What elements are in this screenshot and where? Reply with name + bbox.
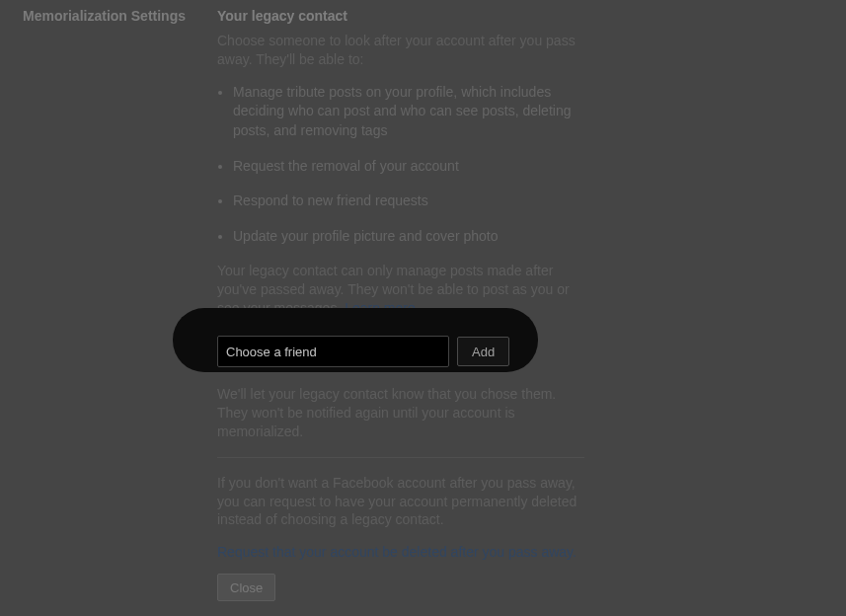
section-title: Your legacy contact (217, 8, 584, 24)
list-item: Update your profile picture and cover ph… (233, 227, 584, 247)
add-button[interactable]: Add (457, 337, 509, 366)
delete-info-text: If you don't want a Facebook account aft… (217, 474, 584, 530)
request-delete-link[interactable]: Request that your account be deleted aft… (217, 543, 584, 562)
choose-friend-input[interactable] (217, 336, 449, 367)
close-button[interactable]: Close (217, 574, 275, 601)
friend-input-row: Add (217, 336, 584, 367)
section-intro: Choose someone to look after your accoun… (217, 32, 584, 69)
list-item: Respond to new friend requests (233, 192, 584, 211)
notify-text: We'll let your legacy contact know that … (217, 385, 584, 441)
list-item: Request the removal of your account (233, 157, 584, 177)
sidebar-label-memorialization: Memorialization Settings (2, 8, 186, 24)
list-item: Manage tribute posts on your profile, wh… (233, 83, 584, 141)
legacy-contact-section: Your legacy contact Choose someone to lo… (190, 8, 584, 601)
capabilities-list: Manage tribute posts on your profile, wh… (233, 83, 584, 247)
divider (217, 457, 584, 458)
